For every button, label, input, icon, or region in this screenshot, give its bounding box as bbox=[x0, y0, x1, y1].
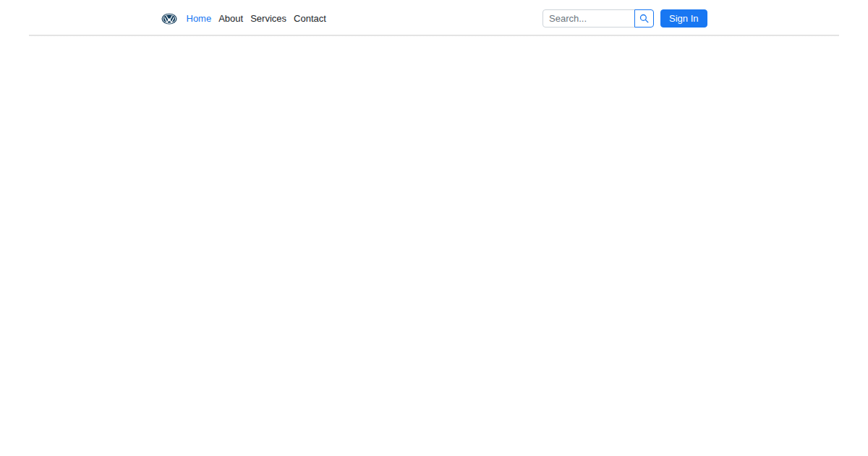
nav-link-services[interactable]: Services bbox=[250, 9, 286, 28]
brand-logo-link[interactable] bbox=[161, 13, 177, 25]
header: Home About Services Contact Sign I bbox=[0, 0, 868, 35]
nav-link-home[interactable]: Home bbox=[187, 9, 212, 28]
search-icon bbox=[639, 14, 649, 23]
search-group bbox=[542, 9, 654, 28]
sign-in-button[interactable]: Sign In bbox=[660, 9, 707, 28]
search-button[interactable] bbox=[634, 9, 654, 28]
main-content bbox=[0, 36, 868, 455]
page: Home About Services Contact Sign I bbox=[0, 0, 868, 456]
main-nav: Home About Services Contact bbox=[187, 9, 326, 28]
header-inner: Home About Services Contact Sign I bbox=[161, 0, 707, 35]
nav-link-about[interactable]: About bbox=[218, 9, 243, 28]
vw-logo-icon bbox=[161, 13, 177, 25]
search-input[interactable] bbox=[542, 9, 635, 28]
nav-link-contact[interactable]: Contact bbox=[294, 9, 326, 28]
